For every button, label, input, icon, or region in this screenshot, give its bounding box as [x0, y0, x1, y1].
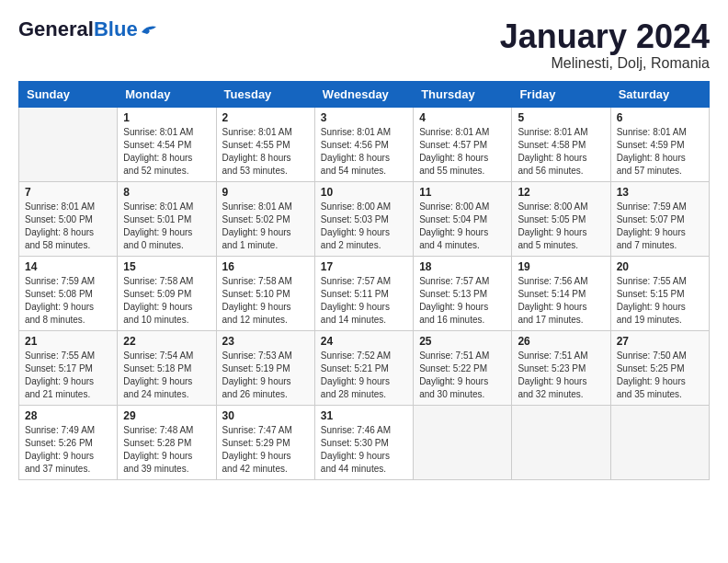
table-row: 17Sunrise: 7:57 AMSunset: 5:11 PMDayligh… [314, 256, 413, 330]
table-row: 19Sunrise: 7:56 AMSunset: 5:14 PMDayligh… [512, 256, 610, 330]
day-info: Sunrise: 7:55 AMSunset: 5:15 PMDaylight:… [617, 275, 703, 327]
day-number: 25 [419, 335, 506, 348]
table-row: 22Sunrise: 7:54 AMSunset: 5:18 PMDayligh… [118, 330, 216, 405]
col-sunday: Sunday [19, 81, 118, 107]
table-row: 24Sunrise: 7:52 AMSunset: 5:21 PMDayligh… [314, 330, 413, 405]
table-row: 6Sunrise: 8:01 AMSunset: 4:59 PMDaylight… [610, 107, 709, 181]
day-info: Sunrise: 8:01 AMSunset: 4:55 PMDaylight:… [222, 126, 309, 178]
day-info: Sunrise: 7:53 AMSunset: 5:19 PMDaylight:… [222, 350, 309, 401]
table-row: 1Sunrise: 8:01 AMSunset: 4:54 PMDaylight… [118, 107, 216, 181]
table-row: 13Sunrise: 7:59 AMSunset: 5:07 PMDayligh… [610, 181, 709, 256]
location: Melinesti, Dolj, Romania [500, 55, 710, 72]
day-number: 7 [25, 186, 111, 199]
calendar-week-row: 1Sunrise: 8:01 AMSunset: 4:54 PMDaylight… [19, 107, 710, 181]
day-number: 18 [419, 260, 506, 273]
col-friday: Friday [512, 81, 610, 107]
logo: GeneralBlue [18, 18, 158, 40]
day-info: Sunrise: 8:01 AMSunset: 4:59 PMDaylight:… [617, 126, 703, 178]
table-row: 23Sunrise: 7:53 AMSunset: 5:19 PMDayligh… [216, 330, 314, 405]
day-info: Sunrise: 8:01 AMSunset: 5:00 PMDaylight:… [25, 201, 111, 252]
day-number: 3 [321, 111, 407, 124]
day-info: Sunrise: 7:55 AMSunset: 5:17 PMDaylight:… [25, 350, 111, 401]
table-row: 29Sunrise: 7:48 AMSunset: 5:28 PMDayligh… [118, 405, 216, 479]
col-saturday: Saturday [610, 81, 709, 107]
day-number: 12 [518, 186, 604, 199]
table-row: 4Sunrise: 8:01 AMSunset: 4:57 PMDaylight… [414, 107, 512, 181]
day-info: Sunrise: 8:01 AMSunset: 5:02 PMDaylight:… [222, 201, 309, 252]
col-tuesday: Tuesday [216, 81, 314, 107]
day-info: Sunrise: 7:58 AMSunset: 5:10 PMDaylight:… [222, 275, 309, 327]
day-info: Sunrise: 7:51 AMSunset: 5:22 PMDaylight:… [419, 350, 506, 401]
day-number: 16 [222, 260, 309, 273]
day-info: Sunrise: 7:58 AMSunset: 5:09 PMDaylight:… [123, 275, 210, 327]
day-number: 21 [25, 335, 111, 348]
day-info: Sunrise: 7:51 AMSunset: 5:23 PMDaylight:… [518, 350, 604, 401]
day-number: 5 [518, 111, 604, 124]
day-info: Sunrise: 7:54 AMSunset: 5:18 PMDaylight:… [123, 350, 210, 401]
day-number: 17 [321, 260, 407, 273]
table-row: 25Sunrise: 7:51 AMSunset: 5:22 PMDayligh… [414, 330, 512, 405]
table-row: 12Sunrise: 8:00 AMSunset: 5:05 PMDayligh… [512, 181, 610, 256]
day-info: Sunrise: 8:00 AMSunset: 5:03 PMDaylight:… [321, 201, 407, 252]
table-row: 11Sunrise: 8:00 AMSunset: 5:04 PMDayligh… [414, 181, 512, 256]
table-row: 10Sunrise: 8:00 AMSunset: 5:03 PMDayligh… [314, 181, 413, 256]
logo-bird-icon [140, 23, 158, 36]
table-row: 2Sunrise: 8:01 AMSunset: 4:55 PMDaylight… [216, 107, 314, 181]
table-row: 16Sunrise: 7:58 AMSunset: 5:10 PMDayligh… [216, 256, 314, 330]
day-number: 13 [617, 186, 703, 199]
day-number: 30 [222, 409, 309, 422]
table-row: 21Sunrise: 7:55 AMSunset: 5:17 PMDayligh… [19, 330, 118, 405]
day-number: 10 [321, 186, 407, 199]
day-number: 24 [321, 335, 407, 348]
title-area: January 2024 Melinesti, Dolj, Romania [500, 18, 710, 72]
day-info: Sunrise: 7:56 AMSunset: 5:14 PMDaylight:… [518, 275, 604, 327]
calendar-week-row: 21Sunrise: 7:55 AMSunset: 5:17 PMDayligh… [19, 330, 710, 405]
table-row [414, 405, 512, 479]
day-number: 26 [518, 335, 604, 348]
day-info: Sunrise: 8:01 AMSunset: 4:57 PMDaylight:… [419, 126, 506, 178]
table-row: 7Sunrise: 8:01 AMSunset: 5:00 PMDaylight… [19, 181, 118, 256]
table-row: 14Sunrise: 7:59 AMSunset: 5:08 PMDayligh… [19, 256, 118, 330]
day-info: Sunrise: 8:01 AMSunset: 4:56 PMDaylight:… [321, 126, 407, 178]
day-number: 19 [518, 260, 604, 273]
table-row: 18Sunrise: 7:57 AMSunset: 5:13 PMDayligh… [414, 256, 512, 330]
calendar-header-row: Sunday Monday Tuesday Wednesday Thursday… [19, 81, 710, 107]
day-info: Sunrise: 7:57 AMSunset: 5:13 PMDaylight:… [419, 275, 506, 327]
logo-text: GeneralBlue [18, 18, 138, 40]
calendar-week-row: 14Sunrise: 7:59 AMSunset: 5:08 PMDayligh… [19, 256, 710, 330]
calendar-week-row: 28Sunrise: 7:49 AMSunset: 5:26 PMDayligh… [19, 405, 710, 479]
table-row: 30Sunrise: 7:47 AMSunset: 5:29 PMDayligh… [216, 405, 314, 479]
table-row: 8Sunrise: 8:01 AMSunset: 5:01 PMDaylight… [118, 181, 216, 256]
day-number: 8 [123, 186, 210, 199]
day-info: Sunrise: 8:01 AMSunset: 4:54 PMDaylight:… [123, 126, 210, 178]
day-info: Sunrise: 7:52 AMSunset: 5:21 PMDaylight:… [321, 350, 407, 401]
table-row [512, 405, 610, 479]
table-row: 15Sunrise: 7:58 AMSunset: 5:09 PMDayligh… [118, 256, 216, 330]
day-number: 15 [123, 260, 210, 273]
day-info: Sunrise: 7:47 AMSunset: 5:29 PMDaylight:… [222, 424, 309, 476]
day-number: 28 [25, 409, 111, 422]
table-row: 9Sunrise: 8:01 AMSunset: 5:02 PMDaylight… [216, 181, 314, 256]
day-number: 14 [25, 260, 111, 273]
table-row: 28Sunrise: 7:49 AMSunset: 5:26 PMDayligh… [19, 405, 118, 479]
table-row: 31Sunrise: 7:46 AMSunset: 5:30 PMDayligh… [314, 405, 413, 479]
month-title: January 2024 [500, 18, 710, 55]
calendar-table: Sunday Monday Tuesday Wednesday Thursday… [18, 81, 710, 480]
day-info: Sunrise: 7:49 AMSunset: 5:26 PMDaylight:… [25, 424, 111, 476]
page-header: GeneralBlue January 2024 Melinesti, Dolj… [18, 18, 710, 72]
day-info: Sunrise: 8:01 AMSunset: 5:01 PMDaylight:… [123, 201, 210, 252]
day-number: 23 [222, 335, 309, 348]
day-info: Sunrise: 7:46 AMSunset: 5:30 PMDaylight:… [321, 424, 407, 476]
day-info: Sunrise: 8:00 AMSunset: 5:04 PMDaylight:… [419, 201, 506, 252]
day-number: 29 [123, 409, 210, 422]
day-number: 6 [617, 111, 703, 124]
day-number: 4 [419, 111, 506, 124]
table-row: 27Sunrise: 7:50 AMSunset: 5:25 PMDayligh… [610, 330, 709, 405]
day-number: 9 [222, 186, 309, 199]
day-number: 1 [123, 111, 210, 124]
day-info: Sunrise: 7:59 AMSunset: 5:08 PMDaylight:… [25, 275, 111, 327]
col-monday: Monday [118, 81, 216, 107]
table-row: 5Sunrise: 8:01 AMSunset: 4:58 PMDaylight… [512, 107, 610, 181]
col-wednesday: Wednesday [314, 81, 413, 107]
table-row [19, 107, 118, 181]
